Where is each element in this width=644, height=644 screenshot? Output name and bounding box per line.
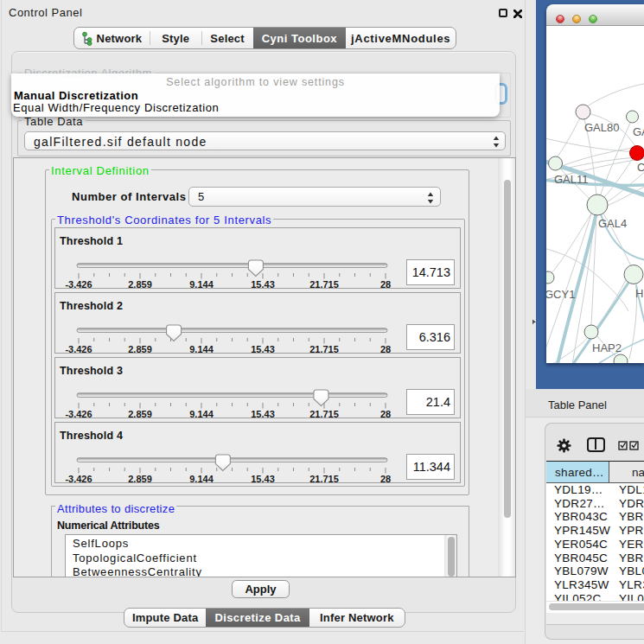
svg-text:2.859: 2.859 (128, 409, 152, 419)
svg-text:GA: GA (633, 125, 644, 138)
svg-text:28: 28 (380, 474, 391, 484)
svg-text:-3.426: -3.426 (65, 409, 92, 419)
svg-text:-3.426: -3.426 (65, 344, 92, 354)
svg-text:9.144: 9.144 (189, 344, 214, 354)
svg-text:21.715: 21.715 (309, 279, 339, 290)
svg-text:GAL11: GAL11 (554, 173, 589, 186)
svg-text:28: 28 (380, 279, 391, 290)
svg-text:CY: CY (637, 161, 644, 174)
svg-text:15.43: 15.43 (251, 474, 275, 484)
svg-text:2.859: 2.859 (128, 279, 152, 290)
svg-text:GAL80: GAL80 (584, 121, 619, 134)
svg-text:GCY1: GCY1 (546, 288, 575, 301)
svg-text:9.144: 9.144 (189, 474, 214, 484)
svg-text:2.859: 2.859 (128, 474, 152, 484)
svg-text:15.43: 15.43 (251, 409, 275, 419)
svg-text:-3.426: -3.426 (65, 279, 92, 290)
svg-text:HAP2: HAP2 (592, 341, 622, 354)
svg-text:28: 28 (380, 409, 391, 419)
svg-text:21.715: 21.715 (309, 409, 339, 419)
svg-text:2.859: 2.859 (128, 344, 152, 354)
svg-text:9.144: 9.144 (189, 409, 214, 419)
svg-text:9.144: 9.144 (189, 279, 214, 290)
svg-text:-3.426: -3.426 (65, 474, 92, 484)
svg-text:GAL4: GAL4 (598, 217, 627, 230)
svg-text:H: H (635, 287, 643, 300)
svg-text:21.715: 21.715 (309, 344, 339, 354)
svg-text:21.715: 21.715 (309, 474, 339, 484)
svg-text:15.43: 15.43 (251, 279, 275, 290)
svg-text:15.43: 15.43 (251, 344, 275, 354)
svg-text:28: 28 (380, 344, 391, 354)
